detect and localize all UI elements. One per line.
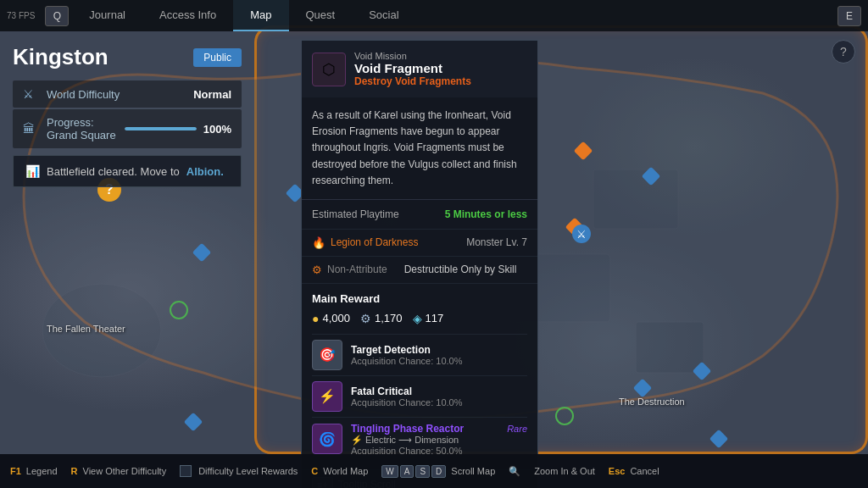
- difficulty-label: Difficulty Level Rewards: [198, 466, 298, 476]
- difficulty-icon: ⚔: [23, 87, 40, 101]
- svg-rect-3: [593, 169, 678, 229]
- reward-item-1-icon: 🎯: [312, 340, 342, 370]
- public-badge: Public: [193, 48, 242, 67]
- view-label: View Other Difficulty: [83, 466, 167, 476]
- attribute-desc: Destructible Only by Skill: [404, 263, 517, 275]
- reward-item-3-icon: 🌀: [312, 424, 342, 454]
- location-name: Kingston: [13, 44, 108, 70]
- reward-item-1-name: Target Detection: [351, 344, 527, 356]
- difficulty-label: World Difficulty: [47, 88, 193, 101]
- mission-header: ⬡ Void Mission Void Fragment Destroy Voi…: [302, 41, 537, 97]
- rare-badge: Rare: [507, 424, 527, 434]
- q-key-button[interactable]: Q: [45, 6, 69, 26]
- reward-item-1[interactable]: 🎯 Target Detection Acquisition Chance: 1…: [312, 334, 527, 375]
- attribute-icon: ⚙: [312, 263, 322, 276]
- reward-title: Main Reward: [312, 292, 527, 305]
- top-nav: 73 FPS Q Journal Access Info Map Quest S…: [0, 0, 868, 31]
- playtime-label: Estimated Playtime: [312, 208, 399, 220]
- mission-description: As a result of Karel using the Ironheart…: [302, 97, 537, 200]
- reward-item-2-icon: ⚡: [312, 381, 342, 412]
- legend-key: F1: [10, 466, 21, 476]
- reward-item-2-chance: Acquisition Chance: 10.0%: [351, 397, 527, 408]
- legend-label: Legend: [26, 466, 58, 476]
- reward-item-2[interactable]: ⚡ Fatal Critical Acquisition Chance: 10.…: [312, 375, 527, 417]
- zoom-icon: 🔍: [509, 466, 520, 477]
- attribute-row: ⚙ Non-Attribute Destructible Only by Ski…: [302, 257, 537, 284]
- tab-quest[interactable]: Quest: [289, 0, 353, 31]
- gem-value: 117: [426, 312, 444, 324]
- difficulty-row: ⚔ World Difficulty Normal: [13, 80, 242, 108]
- notification-link[interactable]: Albion.: [186, 165, 224, 178]
- faction-name: Legion of Darkness: [331, 236, 418, 248]
- tab-social[interactable]: Social: [352, 0, 415, 31]
- silver-value: 1,170: [375, 312, 403, 324]
- gold-value: 4,000: [322, 312, 350, 324]
- w-key: W: [381, 465, 398, 478]
- left-panel: Kingston Public ⚔ World Difficulty Norma…: [0, 31, 254, 200]
- mission-type: Void Mission: [354, 51, 471, 61]
- reward-item-3-name: Tingling Phase Reactor: [351, 423, 464, 435]
- mission-name: Void Fragment: [354, 61, 471, 75]
- progress-bar: [125, 127, 196, 130]
- playtime-value: 5 Minutes or less: [445, 208, 527, 220]
- currency-silver: ⚙ 1,170: [360, 312, 403, 325]
- map-marker-green-1[interactable]: [170, 301, 188, 319]
- world-key: C: [311, 466, 318, 476]
- world-label: World Map: [323, 466, 368, 476]
- reward-section: Main Reward ● 4,000 ⚙ 1,170 ◈ 117 🎯 Targ…: [302, 284, 537, 469]
- mission-panel: ⬡ Void Mission Void Fragment Destroy Voi…: [301, 40, 538, 488]
- reward-item-2-info: Fatal Critical Acquisition Chance: 10.0%: [351, 385, 527, 408]
- tab-map[interactable]: Map: [233, 0, 288, 31]
- view-key: R: [71, 466, 78, 476]
- map-marker-green-2[interactable]: [555, 407, 574, 425]
- mission-icon: ⬡: [312, 53, 346, 86]
- progress-value: 100%: [203, 123, 231, 136]
- progress-label: Progress: Grand Square: [47, 116, 118, 141]
- s-key: S: [415, 465, 430, 478]
- notification-text: Battlefield cleared. Move to: [47, 165, 180, 178]
- wasd-keys: W A S D: [381, 465, 446, 478]
- gold-icon: ●: [312, 312, 319, 325]
- e-key-button[interactable]: E: [837, 6, 861, 26]
- location-header: Kingston Public: [13, 44, 242, 70]
- notification-icon: 📊: [25, 164, 40, 178]
- bottom-bar: F1 Legend R View Other Difficulty Diffic…: [0, 454, 868, 488]
- faction-level: Monster Lv. 7: [466, 236, 527, 248]
- d-key: D: [431, 465, 446, 478]
- faction-icon: 🔥: [312, 236, 326, 249]
- currency-gem: ◈ 117: [413, 312, 444, 325]
- difficulty-checkbox[interactable]: [180, 465, 192, 477]
- faction-row: 🔥 Legion of Darkness Monster Lv. 7: [302, 230, 537, 257]
- scroll-label: Scroll Map: [451, 466, 495, 476]
- tab-journal[interactable]: Journal: [72, 0, 142, 31]
- help-button[interactable]: ?: [832, 40, 855, 64]
- map-marker-blue-1[interactable]: ⚔: [572, 225, 591, 243]
- cancel-key: Esc: [609, 466, 626, 476]
- nav-tabs: Journal Access Info Map Quest Social: [72, 0, 451, 31]
- svg-rect-2: [636, 322, 704, 373]
- reward-item-3-type: ⚡ Electric ⟶ Dimension: [351, 435, 527, 446]
- currency-gold: ● 4,000: [312, 312, 350, 325]
- reward-item-1-info: Target Detection Acquisition Chance: 10.…: [351, 344, 527, 366]
- reward-currencies: ● 4,000 ⚙ 1,170 ◈ 117: [312, 312, 527, 325]
- difficulty-value: Normal: [193, 88, 231, 101]
- zoom-label: Zoom In & Out: [534, 466, 595, 476]
- mission-title-block: Void Mission Void Fragment Destroy Void …: [354, 51, 471, 87]
- notification-bar: 📊 Battlefield cleared. Move to Albion.: [13, 155, 242, 187]
- mission-playtime-row: Estimated Playtime 5 Minutes or less: [302, 200, 537, 230]
- reward-item-2-name: Fatal Critical: [351, 385, 527, 397]
- gem-icon: ◈: [413, 312, 422, 325]
- attribute-name: Non-Attribute: [327, 263, 387, 275]
- silver-icon: ⚙: [360, 312, 371, 325]
- fps-counter: 73 FPS: [0, 11, 42, 20]
- reward-item-1-chance: Acquisition Chance: 10.0%: [351, 356, 527, 366]
- progress-row: 🏛 Progress: Grand Square 100%: [13, 109, 242, 148]
- reward-item-3-info: Tingling Phase Reactor Rare ⚡ Electric ⟶…: [351, 423, 527, 456]
- progress-bar-fill: [125, 127, 196, 130]
- progress-icon: 🏛: [23, 122, 40, 136]
- cancel-label: Cancel: [630, 466, 659, 476]
- tab-access-info[interactable]: Access Info: [142, 0, 233, 31]
- a-key: A: [400, 465, 415, 478]
- mission-subtitle: Destroy Void Fragments: [354, 75, 471, 87]
